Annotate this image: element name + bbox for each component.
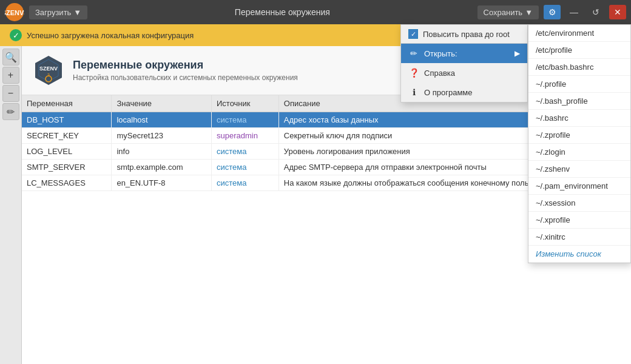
submenu-item[interactable]: /etc/environment [528, 25, 630, 42]
help-label: Справка [424, 69, 455, 78]
cell-source: superadmin [211, 128, 278, 144]
search-icon: 🔍 [5, 52, 17, 63]
header-icon: SZENV 3 [32, 53, 66, 87]
submenu-item[interactable]: ~/.xinitrc [528, 229, 630, 246]
svg-text:SZENV3: SZENV3 [5, 9, 24, 16]
svg-text:SZENV: SZENV [39, 66, 58, 72]
cell-value: info [112, 144, 212, 160]
elevate-rights-label: Повысить права до root [423, 30, 510, 39]
load-chevron-icon: ▼ [73, 8, 81, 17]
open-menu-item[interactable]: ✏ Открыть: ▶ [401, 44, 527, 63]
cell-source: система [211, 112, 278, 128]
elevate-rights-checkbox[interactable]: ✓ Повысить права до root [401, 25, 527, 44]
gear-icon: ⚙ [548, 7, 556, 17]
checkbox-icon: ✓ [408, 29, 418, 39]
restore-button[interactable]: ↺ [587, 5, 604, 19]
edit-button[interactable]: ✏ [2, 103, 19, 120]
success-icon: ✓ [10, 29, 22, 41]
cell-value: smtp.example.com [112, 160, 212, 175]
sidebar: 🔍 + − ✏ [0, 46, 22, 364]
help-menu-item[interactable]: ❓ Справка [401, 63, 527, 83]
app-logo: SZENV3 [5, 2, 24, 22]
load-button[interactable]: Загрузить ▼ [29, 5, 87, 19]
cell-value: mySecret123 [112, 128, 212, 144]
search-button[interactable]: 🔍 [2, 49, 19, 66]
add-icon: + [8, 70, 13, 81]
submenu-item[interactable]: ~/.profile [528, 76, 630, 93]
minimize-icon: — [570, 7, 578, 17]
cell-source: система [211, 160, 278, 175]
title-bar: SZENV3 Загрузить ▼ Переменные окружения … [0, 0, 631, 24]
cell-variable: LOG_LEVEL [22, 144, 112, 160]
save-chevron-icon: ▼ [525, 8, 533, 17]
cell-variable: SECRET_KEY [22, 128, 112, 144]
about-menu-item[interactable]: ℹ О программе [401, 83, 527, 102]
submenu-item[interactable]: ~/.xprofile [528, 212, 630, 229]
about-label: О программе [424, 88, 473, 97]
close-icon: ✕ [614, 7, 621, 17]
info-icon: ℹ [408, 87, 419, 98]
help-icon: ❓ [408, 67, 419, 78]
success-message: Успешно загружена локальная конфигурация [27, 31, 194, 40]
cell-variable: SMTP_SERVER [22, 160, 112, 175]
submenu-item[interactable]: ~/.zlogin [528, 144, 630, 161]
cell-value: en_EN.UTF-8 [112, 175, 212, 191]
cell-value: localhost [112, 112, 212, 128]
header-titles: Переменные окружения Настройка пользоват… [73, 59, 298, 82]
submenu-item[interactable]: ~/.bashrc [528, 110, 630, 127]
remove-icon: − [8, 88, 13, 99]
submenu-item[interactable]: ~/.xsession [528, 195, 630, 212]
remove-button[interactable]: − [2, 85, 19, 102]
cell-source: система [211, 144, 278, 160]
add-button[interactable]: + [2, 67, 19, 84]
save-label: Сохранить [484, 8, 523, 17]
minimize-button[interactable]: — [565, 5, 582, 19]
edit-icon: ✏ [7, 106, 15, 118]
submenu-item[interactable]: ~/.zprofile [528, 127, 630, 144]
dropdown-menu: ✓ Повысить права до root ✏ Открыть: ▶ ❓ … [400, 24, 528, 103]
gear-button[interactable]: ⚙ [544, 5, 561, 19]
col-variable: Переменная [22, 95, 112, 112]
arrow-icon: ▶ [515, 49, 520, 58]
app-title: Переменные окружения [73, 59, 298, 72]
submenu-item[interactable]: /etc/profile [528, 42, 630, 59]
load-label: Загрузить [35, 8, 71, 17]
window-title: Переменные окружения [92, 7, 472, 17]
submenu: /etc/environment/etc/profile/etc/bash.ba… [528, 24, 631, 263]
col-value: Значение [112, 95, 212, 112]
pencil-icon: ✏ [408, 48, 419, 59]
save-button[interactable]: Сохранить ▼ [477, 5, 539, 19]
col-source: Источник [211, 95, 278, 112]
open-label: Открыть: [424, 49, 457, 58]
submenu-item[interactable]: /etc/bash.bashrc [528, 59, 630, 76]
cell-variable: DB_HOST [22, 112, 112, 128]
submenu-item[interactable]: ~/.bash_profile [528, 93, 630, 110]
submenu-item[interactable]: ~/.zshenv [528, 161, 630, 178]
restore-icon: ↺ [592, 7, 599, 17]
close-button[interactable]: ✕ [609, 5, 626, 19]
submenu-item[interactable]: ~/.pam_environment [528, 178, 630, 195]
cell-source: система [211, 175, 278, 191]
app-subtitle: Настройка пользовательских и системных п… [73, 73, 298, 82]
cell-variable: LC_MESSAGES [22, 175, 112, 191]
submenu-item[interactable]: Изменить список [528, 246, 630, 263]
